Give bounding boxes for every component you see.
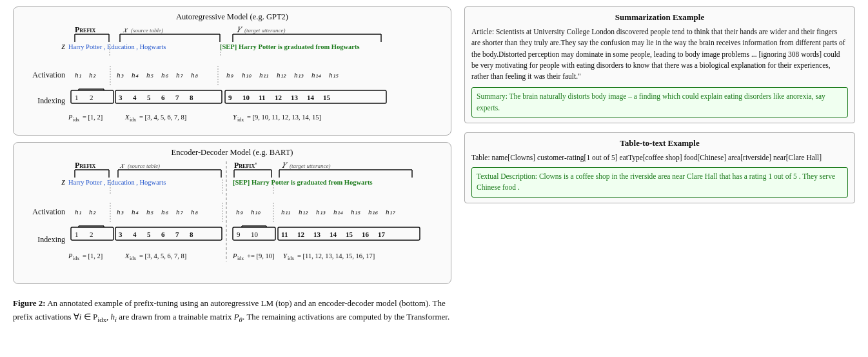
h6-ar: h₆ bbox=[161, 71, 168, 79]
idx13-ar: 13 bbox=[291, 94, 299, 101]
h12-ar: h₁₂ bbox=[277, 71, 286, 79]
idx6-ar: 6 bbox=[161, 94, 165, 101]
h9-ar: h₉ bbox=[226, 71, 233, 79]
h14-ed: h₁₄ bbox=[333, 208, 343, 216]
h3-ar: h₃ bbox=[117, 71, 124, 79]
z-blue-ar: Harry Potter , Education , Hogwarts bbox=[68, 43, 166, 50]
ed-idx12: 12 bbox=[297, 230, 305, 238]
idx2-ar: 2 bbox=[90, 94, 94, 101]
table-to-text-box: Table-to-text Example Table: name[Clowns… bbox=[464, 132, 855, 203]
pidx-ar: P bbox=[68, 114, 73, 121]
ed-idx11: 11 bbox=[281, 230, 288, 238]
encoder-decoder-diagram: Encoder-Decoder Model (e.g. BART) z Acti… bbox=[13, 142, 451, 284]
xidx-sub-ed: idx bbox=[130, 256, 136, 261]
y-tgt-label-ar: (target utterance) bbox=[244, 27, 285, 34]
activation-label-ar: Activation bbox=[32, 70, 65, 79]
table-to-text-description: Textual Description: Clowns is a coffee … bbox=[471, 167, 848, 198]
xidx-ar: X bbox=[124, 114, 130, 121]
idx1-ar: 1 bbox=[75, 94, 79, 101]
encoder-decoder-svg: z Activation Indexing Prefix 𝑥 (source t… bbox=[20, 161, 433, 274]
h2-ed: h₂ bbox=[89, 208, 96, 216]
ed-idx14: 14 bbox=[330, 230, 337, 238]
right-panel: Summarization Example Article: Scientist… bbox=[464, 6, 855, 325]
ed-idx13: 13 bbox=[313, 230, 321, 238]
ed-idx5: 5 bbox=[147, 230, 151, 238]
xidx-ed: X bbox=[124, 252, 130, 260]
idx14-ar: 14 bbox=[307, 94, 315, 101]
ed-idx17: 17 bbox=[378, 230, 386, 238]
prefix-label-ed: Prefix bbox=[75, 161, 95, 170]
yidx-ed: Y bbox=[283, 252, 288, 260]
z-label-ar: z bbox=[61, 41, 66, 51]
yidx-eq-ed: = [11, 12, 13, 14, 15, 16, 17] bbox=[297, 252, 375, 260]
autoregressive-diagram: Autoregressive Model (e.g. GPT2) z Activ… bbox=[13, 6, 451, 136]
prefix-label-ar: Prefix bbox=[75, 26, 95, 34]
idx5-ar: 5 bbox=[147, 94, 151, 101]
x-src-label-ed: (source table) bbox=[128, 163, 160, 169]
h13-ar: h₁₃ bbox=[294, 71, 304, 79]
idx4-ar: 4 bbox=[133, 94, 137, 101]
z-green-ar: [SEP] Harry Potter is graduated from Hog… bbox=[220, 43, 360, 50]
summarization-summary: Summary: The brain naturally distorts bo… bbox=[471, 87, 848, 117]
y-label-ed: 𝑌 bbox=[281, 161, 288, 170]
h5-ar: h₅ bbox=[146, 71, 153, 79]
h1-ar: h₁ bbox=[75, 71, 81, 79]
h6-ed: h₆ bbox=[161, 208, 168, 216]
h3-ed: h₃ bbox=[117, 208, 124, 216]
x-bracket-ar bbox=[115, 90, 222, 103]
summarization-title: Summarization Example bbox=[471, 12, 848, 23]
idx15-ar: 15 bbox=[323, 94, 331, 101]
pidx-eq-ed: = [1, 2] bbox=[83, 252, 103, 260]
xidx-eq-ar: = [3, 4, 5, 6, 7, 8] bbox=[139, 114, 186, 121]
xidx-eq-ed: = [3, 4, 5, 6, 7, 8] bbox=[139, 252, 186, 260]
idx10-ar: 10 bbox=[242, 94, 250, 101]
h10-ed: h₁₀ bbox=[251, 208, 261, 216]
h4-ar: h₄ bbox=[132, 71, 139, 79]
table-to-text-title: Table-to-text Example bbox=[471, 138, 848, 148]
ed-idx3: 3 bbox=[119, 230, 123, 238]
h8-ar: h₈ bbox=[191, 71, 198, 79]
z-label-ed: z bbox=[61, 177, 66, 187]
h12-ed: h₁₂ bbox=[299, 208, 308, 216]
left-panel: Autoregressive Model (e.g. GPT2) z Activ… bbox=[13, 6, 451, 325]
activation-label-ed: Activation bbox=[32, 207, 65, 216]
h7-ed: h₇ bbox=[176, 208, 184, 216]
x-bracket-ed bbox=[115, 227, 222, 240]
table-to-text-table: Table: name[Clowns] customer-rating[1 ou… bbox=[471, 152, 848, 163]
idx3-ar: 3 bbox=[119, 94, 123, 101]
summarization-article: Article: Scientists at University Colleg… bbox=[471, 26, 848, 82]
y-label-ar: 𝑌 bbox=[236, 26, 243, 34]
idx9-ar: 9 bbox=[228, 94, 232, 101]
summarization-box: Summarization Example Article: Scientist… bbox=[464, 6, 855, 123]
ed-idx6: 6 bbox=[161, 230, 165, 238]
h11-ed: h₁₁ bbox=[281, 208, 290, 216]
idx11-ar: 11 bbox=[259, 94, 265, 101]
yidx-eq-ar: = [9, 10, 11, 12, 13, 14, 15] bbox=[247, 114, 321, 121]
x-label-ar: 𝑥 bbox=[123, 26, 128, 34]
h11-ar: h₁₁ bbox=[259, 71, 268, 79]
h8-ed: h₈ bbox=[191, 208, 198, 216]
ed-idx8: 8 bbox=[190, 230, 193, 238]
z-green-ed: [SEP] Harry Potter is graduated from Hog… bbox=[233, 179, 373, 186]
pidx2-sub-ed: idx bbox=[237, 256, 244, 261]
h1-ed: h₁ bbox=[75, 208, 81, 216]
pidx-sub-ar: idx bbox=[73, 117, 79, 123]
autoregressive-title: Autoregressive Model (e.g. GPT2) bbox=[20, 12, 444, 22]
h13-ed: h₁₃ bbox=[316, 208, 326, 216]
h4-ed: h₄ bbox=[132, 208, 139, 216]
autoregressive-svg: z Activation Indexing Prefix 𝑥 (source t… bbox=[20, 26, 433, 126]
h15-ar: h₁₅ bbox=[329, 71, 339, 79]
h7-ar: h₇ bbox=[176, 71, 184, 79]
x-label-ed: 𝑥 bbox=[119, 161, 125, 170]
ed-idx7: 7 bbox=[175, 230, 179, 238]
ed-idx2: 2 bbox=[90, 230, 94, 238]
indexing-label-ar: Indexing bbox=[37, 96, 65, 105]
x-src-label-ar: (source table) bbox=[131, 27, 163, 34]
yidx-sub-ar: idx bbox=[237, 117, 244, 123]
ed-idx4: 4 bbox=[133, 230, 137, 238]
h15-ed: h₁₅ bbox=[351, 208, 360, 216]
ed-idx1: 1 bbox=[75, 230, 79, 238]
ed-idx10: 10 bbox=[251, 230, 259, 238]
caption-text: Figure 2: An annotated example of prefix… bbox=[13, 298, 449, 321]
main-layout: Autoregressive Model (e.g. GPT2) z Activ… bbox=[13, 6, 855, 325]
